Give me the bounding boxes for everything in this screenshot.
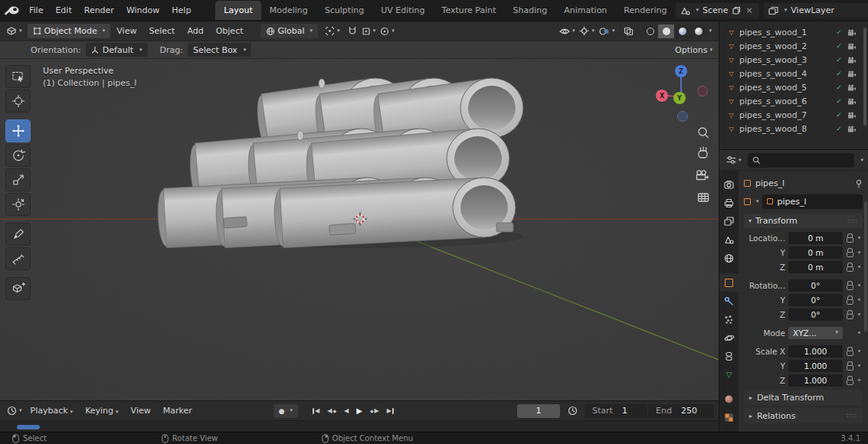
jump-to-end-button[interactable]: ▶ [383, 407, 398, 414]
tab-texture-paint[interactable]: Texture Paint [434, 1, 505, 20]
animate-dot-icon[interactable]: • [856, 361, 863, 370]
outliner-row[interactable]: ▽ pipes_s_wood_4 ✓ [719, 67, 868, 80]
viewport-visibility-icon[interactable]: ✓ [834, 42, 843, 50]
animate-dot-icon[interactable]: • [856, 233, 863, 242]
tab-view-layer-properties[interactable] [719, 212, 739, 230]
jump-to-start-button[interactable]: ◀ [309, 407, 323, 414]
outliner-row[interactable]: ▽ pipes_s_wood_8 ✓ [719, 122, 868, 135]
menu-keying[interactable]: Keying▾ [79, 403, 124, 419]
outliner-row[interactable]: ▽ pipes_s_wood_3 ✓ [719, 53, 868, 67]
tab-uv-editing[interactable]: UV Editing [372, 1, 433, 20]
outliner-scrollbar[interactable] [863, 28, 866, 126]
move-tool[interactable] [5, 119, 31, 142]
render-visibility-icon[interactable] [847, 57, 856, 64]
viewport-visibility-icon[interactable]: ✓ [834, 111, 843, 119]
object-name[interactable]: pipes_s_wood_1 [739, 28, 830, 38]
object-name[interactable]: pipes_s_wood_5 [739, 83, 830, 93]
scale-y-field[interactable]: 1.000 [788, 360, 843, 372]
menu-playback[interactable]: Playback▾ [25, 403, 80, 419]
snap-target-button[interactable]: ▾ [359, 24, 378, 38]
object-name[interactable]: pipes_s_wood_4 [739, 69, 830, 79]
breadcrumb-object-name[interactable]: pipes_l [755, 178, 784, 188]
animate-dot-icon[interactable]: • [856, 248, 863, 256]
render-visibility-icon[interactable] [847, 112, 856, 119]
object-visibility-button[interactable]: ▾ [557, 24, 578, 38]
play-button[interactable]: ▶ [352, 406, 366, 415]
shading-rendered-button[interactable] [690, 24, 706, 38]
chevron-down-icon[interactable]: ▾ [756, 199, 759, 204]
shading-solid-button[interactable] [658, 24, 674, 38]
object-name[interactable]: pipes_s_wood_8 [739, 124, 830, 134]
menu-select[interactable]: Select [142, 23, 181, 39]
location-y-field[interactable]: 0 m [788, 246, 843, 259]
menu-add[interactable]: Add [181, 23, 209, 39]
play-reverse-button[interactable]: ◀ [340, 407, 352, 414]
menu-edit[interactable]: Edit [49, 2, 77, 18]
lock-icon[interactable] [846, 376, 853, 384]
menu-window[interactable]: Window [120, 2, 165, 18]
select-box-tool[interactable] [5, 65, 31, 88]
tab-rendering[interactable]: Rendering [615, 1, 675, 20]
end-frame-field[interactable]: End 250 [648, 404, 714, 418]
snap-magnet-button[interactable] [346, 24, 359, 38]
properties-scrollbar[interactable] [864, 201, 867, 331]
menu-help[interactable]: Help [165, 2, 197, 18]
tab-particle-properties[interactable] [719, 310, 739, 328]
location-z-field[interactable]: 0 m [788, 261, 843, 273]
animate-dot-icon[interactable]: • [856, 328, 863, 337]
menu-file[interactable]: File [23, 2, 49, 18]
animate-dot-icon[interactable]: • [856, 281, 863, 289]
rotation-x-field[interactable]: 0° [788, 279, 843, 292]
tab-material-properties[interactable] [719, 390, 739, 408]
object-name-field[interactable]: pipes_l [762, 194, 863, 209]
start-frame-field[interactable]: Start 1 [585, 404, 647, 418]
timeline-scrollbar[interactable] [17, 425, 40, 429]
viewport-visibility-icon[interactable]: ✓ [834, 56, 843, 64]
transform-orientation-dropdown[interactable]: Global ▾ [260, 24, 319, 38]
toggle-xray-button[interactable] [621, 24, 636, 38]
current-frame-field[interactable]: 1 [517, 404, 560, 418]
show-gizmos-button[interactable]: ▾ [577, 24, 597, 38]
relations-section[interactable]: ▸ Relations ∷∷ [744, 408, 863, 423]
viewport-visibility-icon[interactable]: ✓ [834, 125, 843, 132]
proportional-editing-button[interactable]: ▾ [378, 24, 397, 38]
viewport-3d[interactable]: User Perspective (1) Collection | pipes_… [0, 59, 719, 400]
render-visibility-icon[interactable] [847, 43, 856, 50]
tab-physics-properties[interactable] [719, 328, 739, 347]
scale-tool[interactable] [5, 168, 31, 191]
drag-mode-dropdown[interactable]: Select Box ▾ [188, 43, 251, 57]
mode-dropdown[interactable]: Object Mode ▾ [28, 24, 111, 38]
navigation-gizmo[interactable]: Z X Y [656, 65, 708, 122]
viewport-canvas[interactable]: Z X Y [0, 59, 719, 400]
viewport-visibility-icon[interactable]: ✓ [834, 28, 843, 36]
render-visibility-icon[interactable] [847, 84, 856, 91]
transform-tool[interactable] [5, 193, 31, 216]
shading-wireframe-button[interactable] [642, 24, 658, 38]
animate-dot-icon[interactable]: • [856, 310, 863, 318]
properties-search-input[interactable] [748, 153, 855, 168]
tab-world-properties[interactable] [719, 249, 739, 267]
tab-modifier-properties[interactable] [719, 292, 739, 310]
auto-keyframe-record-button[interactable]: ● ▾ [274, 404, 298, 418]
location-x-field[interactable]: 0 m [788, 232, 843, 244]
viewlayer-selector[interactable]: ▾ ViewLayer × [764, 3, 868, 18]
zoom-icon[interactable] [699, 128, 708, 138]
preview-range-toggle[interactable] [564, 404, 581, 418]
scene-selector[interactable]: ▾ Scene × [676, 3, 759, 18]
scale-x-field[interactable]: 1.000 [788, 345, 843, 357]
pin-icon[interactable] [855, 179, 863, 188]
properties-editor-type-button[interactable]: ▾ [724, 153, 744, 168]
viewport-visibility-icon[interactable]: ✓ [834, 97, 843, 105]
shading-material-button[interactable] [674, 24, 690, 38]
menu-timeline-view[interactable]: View [125, 403, 157, 419]
tab-object-properties[interactable] [719, 273, 739, 292]
render-visibility-icon[interactable] [847, 29, 856, 36]
tab-output-properties[interactable] [719, 194, 739, 212]
next-keyframe-button[interactable]: ◆▶ [366, 407, 383, 414]
menu-object[interactable]: Object [210, 23, 250, 39]
transform-section-header[interactable]: ▾ Transform ∷∷ [744, 214, 863, 228]
timeline-track-area[interactable] [0, 420, 719, 432]
pivot-point-button[interactable]: ▾ [323, 24, 342, 38]
new-scene-icon[interactable] [732, 6, 741, 15]
animate-dot-icon[interactable]: • [856, 347, 863, 355]
